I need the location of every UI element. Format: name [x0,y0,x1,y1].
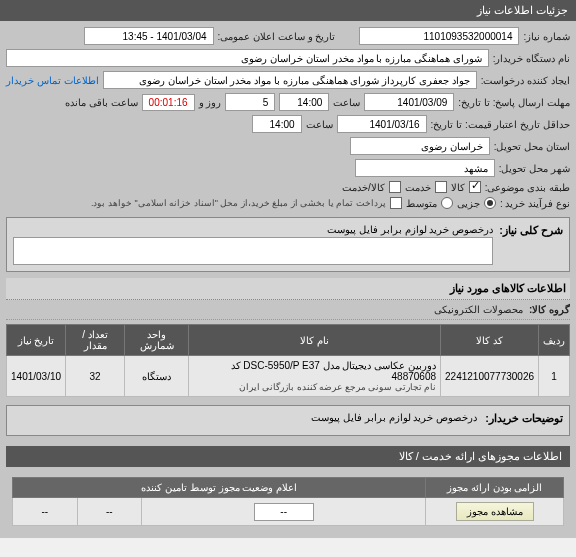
buyer-label: نام دستگاه خریدار: [493,53,570,64]
desc-input[interactable] [13,237,493,265]
countdown-label: ساعت باقی مانده [65,97,138,108]
countdown-timer: 00:01:16 [142,94,195,111]
buy-type-label: نوع فرآیند خرید : [500,198,570,209]
checkbox-kalaservice[interactable] [389,181,401,193]
goods-table: ردیف کد کالا نام کالا واحد شمارش تعداد /… [6,324,570,397]
buy-note: پرداخت تمام یا بخشی از مبلغ خرید،از محل … [91,198,386,208]
col-name: نام کالا [188,325,440,356]
group-value: محصولات الکترونیکی [434,304,523,315]
desc-text: درخصوص خرید لوازم برابر فایل پیوست [13,224,493,235]
desc-title: شرح کلی نیاز: [499,224,563,237]
col-row: ردیف [539,325,570,356]
days-label: روز و [199,97,222,108]
license-table: الزامی بودن ارائه مجوز اعلام وضعیت مجوز … [12,477,564,526]
col-code: کد کالا [441,325,539,356]
city-label: شهر محل تحویل: [499,163,570,174]
description-section: شرح کلی نیاز: درخصوص خرید لوازم برابر فا… [6,217,570,272]
opt-kala: کالا [451,182,465,193]
days-remain: 5 [225,93,275,111]
page-title: جزئیات اطلاعات نیاز [477,4,568,16]
opt-service: خدمت [405,182,431,193]
buyer-field: شورای هماهنگی مبارزه با مواد مخدر استان … [6,49,489,67]
buyer-note-text: درخصوص خرید لوازم برابر فایل پیوست [311,412,477,423]
min-valid-time: 14:00 [252,115,302,133]
province-label: استان محل تحویل: [494,141,570,152]
class-label: طبقه بندی موضوعی: [485,182,570,193]
checkbox-kala[interactable] [469,181,481,193]
radio-partial[interactable] [484,197,496,209]
creator-label: ایجاد کننده درخواست: [481,75,570,86]
deadline-label: مهلت ارسال پاسخ: تا تاریخ: [458,97,570,108]
cell-qty: 32 [66,356,125,397]
time-label-1: ساعت [333,97,360,108]
cell-unit: دستگاه [125,356,189,397]
cell-code: 2241210077730026 [441,356,539,397]
need-number-label: شماره نیاز: [523,31,570,42]
opt-medium: متوسط [406,198,437,209]
min-valid-label: حداقل تاریخ اعتبار قیمت: تا تاریخ: [431,119,570,130]
license-row: مشاهده مجوز -- -- -- [13,498,564,526]
opt-kalaservice: کالا/خدمت [342,182,385,193]
announce-field: 1401/03/04 - 13:45 [84,27,214,45]
license-status-1: -- [142,498,426,526]
goods-header: اطلاعات کالاهای مورد نیاز [6,278,570,300]
min-valid-date: 1401/03/16 [337,115,427,133]
buyer-note-label: توضیحات خریدار: [485,412,563,425]
cell-row: 1 [539,356,570,397]
creator-field: جواد جعفری کارپرداز شورای هماهنگی مبارزه… [103,71,477,89]
buyer-note-section: توضیحات خریدار: درخصوص خرید لوازم برابر … [6,405,570,436]
time-label-2: ساعت [306,119,333,130]
license-header: اطلاعات مجوزهای ارائه خدمت / کالا [6,446,570,467]
cell-date: 1401/03/10 [7,356,66,397]
col-unit: واحد شمارش [125,325,189,356]
col-status: اعلام وضعیت مجوز توسط تامین کننده [13,478,426,498]
radio-medium[interactable] [441,197,453,209]
view-license-button[interactable]: مشاهده مجوز [456,502,534,521]
opt-partial: جزیی [457,198,480,209]
city-field: مشهد [355,159,495,177]
province-field: خراسان رضوی [350,137,490,155]
license-status-2: -- [77,498,142,526]
checkbox-service[interactable] [435,181,447,193]
col-mandatory: الزامی بودن ارائه مجوز [426,478,564,498]
main-content: شماره نیاز: 1101093532000014 تاریخ و ساع… [0,21,576,538]
license-mandatory-cell: مشاهده مجوز [426,498,564,526]
cell-name: دوربین عکاسی دیجیتال مدل DSC-5950/P E37 … [188,356,440,397]
table-row: 1 2241210077730026 دوربین عکاسی دیجیتال … [7,356,570,397]
col-date: تاریخ نیاز [7,325,66,356]
checkbox-treasury[interactable] [390,197,402,209]
deadline-date: 1401/03/09 [364,93,454,111]
contact-link[interactable]: اطلاعات تماس خریدار [6,75,99,86]
announce-label: تاریخ و ساعت اعلان عمومی: [218,31,336,42]
page-header: جزئیات اطلاعات نیاز [0,0,576,21]
deadline-time: 14:00 [279,93,329,111]
group-label: گروه کالا: [529,304,570,315]
col-qty: تعداد / مقدار [66,325,125,356]
need-number-field: 1101093532000014 [359,27,519,45]
license-status-3: -- [13,498,78,526]
